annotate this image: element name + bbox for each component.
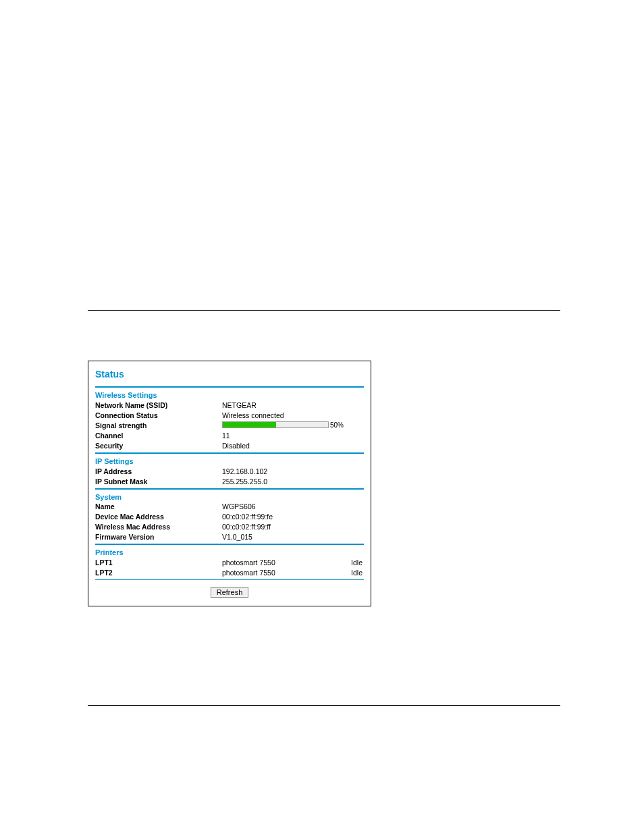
row-ssid: Network Name (SSID) NETGEAR	[95, 400, 364, 411]
status-panel: Status Wireless Settings Network Name (S…	[88, 361, 371, 606]
value-wireless-mac: 00:c0:02:ff:99:ff	[222, 522, 271, 531]
label-connection-status: Connection Status	[95, 411, 158, 420]
refresh-button[interactable]: Refresh	[211, 587, 249, 598]
value-subnet-mask: 255.255.255.0	[222, 477, 267, 486]
value-ssid: NETGEAR	[222, 400, 257, 410]
divider	[95, 579, 364, 580]
row-connection-status: Connection Status Wireless connected	[95, 411, 364, 421]
label-system-name: Name	[95, 502, 115, 511]
horizontal-rule	[88, 705, 560, 706]
value-channel: 11	[222, 431, 230, 440]
value-lpt1-status: Idle	[351, 558, 363, 567]
label-device-mac: Device Mac Address	[95, 512, 164, 521]
label-wireless-mac: Wireless Mac Address	[95, 522, 170, 531]
row-security: Security Disabled	[95, 441, 364, 451]
label-ssid: Network Name (SSID)	[95, 400, 167, 410]
panel-title: Status	[95, 368, 364, 381]
row-printer-2: LPT2 photosmart 7550 Idle	[95, 568, 364, 578]
label-channel: Channel	[95, 431, 123, 440]
divider	[95, 544, 364, 545]
signal-bar-fill	[223, 422, 276, 427]
row-firmware-version: Firmware Version V1.0_015	[95, 532, 364, 542]
value-system-name: WGPS606	[222, 502, 256, 511]
value-lpt1-name: photosmart 7550	[222, 558, 275, 567]
row-ip-address: IP Address 192.168.0.102	[95, 467, 364, 477]
value-connection-status: Wireless connected	[222, 411, 284, 420]
section-heading-system: System	[95, 492, 364, 502]
section-heading-ip: IP Settings	[95, 457, 364, 467]
signal-percent-text: 50%	[330, 421, 344, 430]
row-printer-1: LPT1 photosmart 7550 Idle	[95, 558, 364, 568]
row-signal-strength: Signal strength 50%	[95, 421, 364, 431]
label-firmware-version: Firmware Version	[95, 532, 155, 542]
label-signal-strength: Signal strength	[95, 421, 146, 430]
value-ip-address: 192.168.0.102	[222, 467, 267, 476]
label-lpt2: LPT2	[95, 568, 113, 577]
value-device-mac: 00:c0:02:ff:99:fe	[222, 512, 273, 521]
section-heading-printers: Printers	[95, 548, 364, 558]
value-lpt2-status: Idle	[351, 568, 363, 577]
value-lpt2-name: photosmart 7550	[222, 568, 275, 577]
label-ip-address: IP Address	[95, 467, 132, 476]
label-subnet-mask: IP Subnet Mask	[95, 477, 147, 486]
horizontal-rule	[88, 310, 560, 311]
divider	[95, 452, 364, 454]
label-security: Security	[95, 441, 123, 450]
label-lpt1: LPT1	[95, 558, 113, 567]
divider	[95, 386, 364, 388]
row-wireless-mac: Wireless Mac Address 00:c0:02:ff:99:ff	[95, 522, 364, 532]
value-firmware-version: V1.0_015	[222, 532, 252, 542]
document-page: Status Wireless Settings Network Name (S…	[0, 0, 644, 834]
refresh-row: Refresh	[95, 587, 364, 598]
section-heading-wireless: Wireless Settings	[95, 390, 364, 400]
row-subnet-mask: IP Subnet Mask 255.255.255.0	[95, 477, 364, 487]
signal-strength-bar: 50%	[222, 421, 329, 428]
row-channel: Channel 11	[95, 431, 364, 441]
row-device-mac: Device Mac Address 00:c0:02:ff:99:fe	[95, 512, 364, 522]
row-system-name: Name WGPS606	[95, 502, 364, 512]
divider	[95, 488, 364, 490]
value-security: Disabled	[222, 441, 250, 450]
